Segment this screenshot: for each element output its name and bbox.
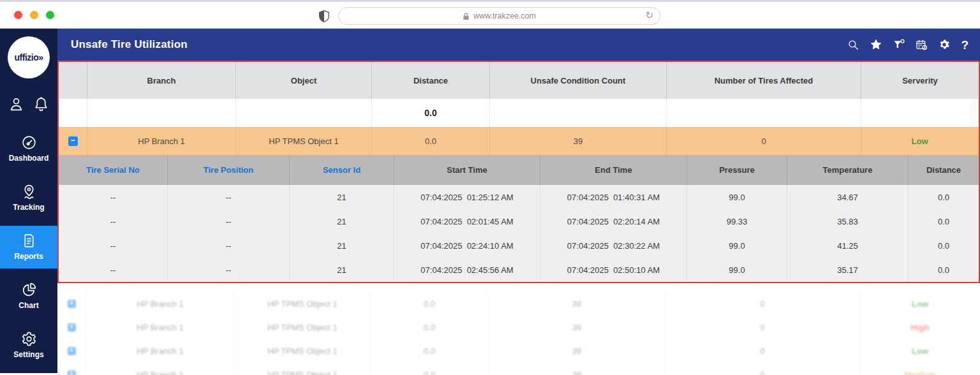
column-header-distance[interactable]: Distance [372, 62, 490, 99]
detail-column-tire-position[interactable]: Tire Position [168, 155, 290, 185]
table-header-row: Branch Object Distance Unsafe Condition … [59, 62, 979, 99]
detail-column-distance[interactable]: Distance [909, 155, 979, 185]
user-icon[interactable] [8, 96, 24, 112]
sidebar-item-label: Chart [19, 301, 38, 310]
report-table: Branch Object Distance Unsafe Condition … [57, 61, 980, 283]
expand-row-button[interactable]: + [68, 347, 76, 355]
app-shell: uffizio» Dashboard [0, 29, 980, 373]
detail-column-tire-serial-no[interactable]: Tire Serial No [59, 155, 168, 185]
filter-branch[interactable] [87, 99, 236, 127]
expand-row-button[interactable]: + [68, 300, 76, 308]
star-icon[interactable] [870, 38, 882, 51]
detail-row: -- -- 21 07:04:2025 02:24:10 AM 07:04:20… [59, 233, 979, 258]
sidebar-nav: Dashboard Tracking Reports [0, 128, 57, 373]
filter-row: 0.0 [59, 99, 979, 127]
page-header: Unsafe Tire Utilization [57, 29, 980, 61]
url-text: www.trakzee.com [473, 11, 536, 20]
expand-row-button[interactable]: + [68, 371, 76, 375]
search-icon[interactable] [847, 39, 859, 51]
filter-object[interactable] [236, 99, 372, 127]
detail-row: -- -- 21 07:04:2025 02:45:56 AM 07:04:20… [59, 258, 979, 282]
severity-cell: Medium [860, 363, 980, 375]
window-controls [14, 11, 54, 19]
uffizio-logo: uffizio» [8, 36, 50, 78]
collapsed-rows-section: + HP Branch 1 HP TPMS Object 1 0.0 39 0 … [57, 292, 980, 375]
detail-column-pressure[interactable]: Pressure [687, 155, 787, 185]
object-cell: HP TPMS Object 1 [236, 127, 372, 155]
filter-distance[interactable]: 0.0 [372, 99, 490, 127]
table-row[interactable]: + HP Branch 1 HP TPMS Object 1 0.0 39 0 … [57, 292, 980, 316]
page-title: Unsafe Tire Utilization [71, 38, 188, 51]
settings-gear-icon [21, 331, 37, 347]
column-header-severity[interactable]: Serverity [861, 62, 979, 99]
detail-column-start-time[interactable]: Start Time [394, 155, 540, 185]
severity-cell: Low [860, 292, 980, 316]
gear-icon[interactable] [938, 38, 951, 51]
filter-icon[interactable] [893, 38, 905, 51]
unsafe-condition-count-cell: 39 [490, 127, 667, 155]
filter-tires-affected[interactable] [667, 99, 861, 127]
branch-cell: HP Branch 1 [87, 127, 236, 155]
detail-row: -- -- 21 07:04:2025 02:01:45 AM 07:04:20… [59, 209, 979, 233]
detail-row: -- -- 21 07:04:2025 01:25:12 AM 07:04:20… [59, 185, 979, 209]
filter-severity[interactable] [861, 99, 979, 127]
sidebar-item-label: Tracking [13, 203, 44, 212]
detail-column-end-time[interactable]: End Time [540, 155, 687, 185]
severity-cell: High [860, 316, 980, 339]
sidebar-item-reports[interactable]: Reports [0, 226, 57, 268]
collapse-row-button[interactable]: − [68, 136, 78, 146]
severity-cell: Low [860, 339, 980, 363]
filter-unsafe-condition-count[interactable] [490, 99, 667, 127]
severity-cell: Low [861, 127, 979, 155]
reload-icon[interactable]: ↻ [645, 10, 653, 21]
expanded-summary-row[interactable]: − HP Branch 1 HP TPMS Object 1 0.0 39 0 … [59, 127, 979, 155]
sidebar-item-label: Dashboard [9, 154, 49, 163]
sidebar: uffizio» Dashboard [0, 29, 57, 373]
sidebar-item-tracking[interactable]: Tracking [0, 177, 57, 219]
zoom-window-button[interactable] [46, 11, 54, 19]
distance-cell: 0.0 [372, 127, 490, 155]
help-icon[interactable]: ? [961, 39, 969, 51]
report-document-icon [21, 233, 37, 249]
detail-column-temperature[interactable]: Temperature [787, 155, 909, 185]
tires-affected-cell: 0 [667, 127, 861, 155]
expand-column-header [59, 62, 87, 99]
sidebar-item-label: Reports [14, 252, 43, 261]
speedometer-icon [21, 135, 37, 151]
table-row[interactable]: + HP Branch 1 HP TPMS Object 1 0.0 39 0 … [57, 339, 980, 363]
column-header-branch[interactable]: Branch [87, 62, 236, 99]
expand-row-button[interactable]: + [68, 323, 76, 332]
sidebar-item-chart[interactable]: Chart [0, 275, 57, 318]
column-header-object[interactable]: Object [236, 62, 372, 99]
table-row[interactable]: + HP Branch 1 HP TPMS Object 1 0.0 39 0 … [57, 363, 980, 375]
logo-text: uffizio» [15, 52, 43, 62]
column-header-tires-affected[interactable]: Number of Tires Affected [667, 62, 861, 99]
sidebar-item-dashboard[interactable]: Dashboard [0, 128, 57, 170]
browser-chrome: www.trakzee.com ↻ [0, 0, 980, 29]
calendar-clock-icon[interactable] [916, 39, 928, 51]
sidebar-item-settings[interactable]: Settings [0, 324, 57, 367]
lock-icon [463, 12, 470, 20]
url-bar[interactable]: www.trakzee.com ↻ [338, 7, 660, 25]
table-row[interactable]: + HP Branch 1 HP TPMS Object 1 0.0 39 0 … [57, 316, 980, 339]
detail-column-sensor-id[interactable]: Sensor Id [290, 155, 394, 185]
close-window-button[interactable] [14, 11, 22, 19]
column-header-unsafe-condition-count[interactable]: Unsafe Condition Count [490, 62, 667, 99]
bell-icon[interactable] [33, 96, 49, 112]
minimize-window-button[interactable] [30, 11, 38, 19]
pie-chart-icon [21, 282, 37, 298]
location-pin-icon [21, 184, 37, 200]
shield-icon [318, 10, 330, 22]
detail-table-header: Tire Serial No Tire Position Sensor Id S… [59, 155, 979, 185]
detail-table-body: -- -- 21 07:04:2025 01:25:12 AM 07:04:20… [59, 185, 979, 282]
sidebar-item-label: Settings [13, 350, 43, 359]
